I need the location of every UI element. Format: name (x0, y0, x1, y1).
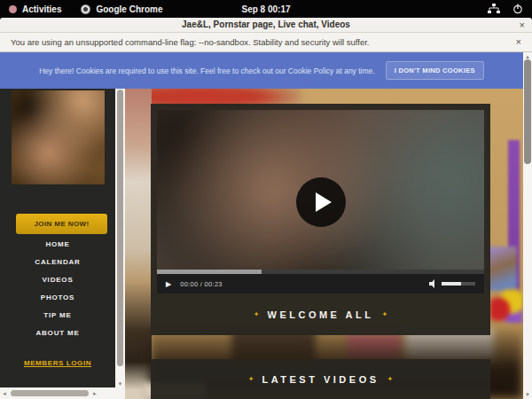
sidebar-profile-photo (12, 90, 105, 184)
diamond-icon: ✦ (381, 310, 387, 318)
cookie-banner: Hey there! Cookies are required to use t… (0, 52, 523, 89)
sidebar-horizontal-scrollbar[interactable]: ◄ ► (0, 387, 125, 399)
sidebar-item-about-me[interactable]: ABOUT ME (0, 324, 115, 341)
welcome-panel: ▶ 00:00 / 00:23 (151, 104, 490, 335)
main-content: ▶ 00:00 / 00:23 (125, 89, 523, 399)
latest-videos-title: LATEST VIDEOS (262, 374, 379, 385)
background-photo-blob (125, 89, 152, 399)
sidebar-menu: HOME CALENDAR VIDEOS PHOTOS TIP ME ABOUT… (0, 235, 115, 341)
activities-button[interactable]: Activities (9, 4, 61, 14)
video-time-display: 00:00 / 00:23 (180, 280, 223, 288)
page-viewport: Hey there! Cookies are required to use t… (0, 52, 532, 399)
app-menu-label: Google Chrome (96, 4, 162, 14)
chrome-icon (81, 4, 90, 14)
play-button[interactable] (296, 177, 346, 227)
sidebar-vertical-scrollbar-thumb[interactable] (117, 90, 123, 366)
background-photo-blob (487, 246, 517, 291)
sidebar-vertical-scrollbar[interactable]: ▼ (115, 89, 125, 387)
cookie-accept-button[interactable]: I DON'T MIND COOKIES (386, 61, 484, 80)
sidebar-item-photos[interactable]: PHOTOS (0, 288, 115, 306)
page-vertical-scrollbar[interactable]: ▲ ▼ (523, 52, 532, 399)
sidebar-photo-blur (12, 90, 105, 184)
welcome-heading: ✦ WELCOME ALL ✦ (151, 293, 490, 335)
scroll-left-arrow-icon[interactable]: ◄ (0, 391, 9, 396)
notification-close-button[interactable]: × (516, 35, 521, 48)
app-menu-button[interactable]: Google Chrome (81, 4, 162, 14)
video-controls-bar: ▶ 00:00 / 00:23 (157, 274, 484, 293)
window-title-bar: Jae&L, Pornstar page, Live chat, Videos … (0, 18, 532, 33)
system-top-bar: Activities Google Chrome Sep 8 00:17 (0, 0, 532, 18)
video-player[interactable]: ▶ 00:00 / 00:23 (157, 110, 484, 293)
page-vertical-scrollbar-thumb[interactable] (524, 59, 531, 164)
volume-icon[interactable] (429, 276, 438, 292)
diamond-icon: ✦ (254, 310, 260, 318)
sidebar-item-videos[interactable]: VIDEOS (0, 270, 115, 288)
power-icon[interactable] (512, 4, 523, 14)
cookie-message: Hey there! Cookies are required to use t… (39, 66, 374, 75)
activities-label: Activities (22, 4, 61, 14)
notification-message: You are using an unsupported command-lin… (11, 37, 370, 47)
background-photo-blob (490, 289, 522, 323)
welcome-title: WELCOME ALL (268, 309, 374, 320)
latest-videos-heading: ✦ LATEST VIDEOS ✦ (248, 358, 394, 399)
recording-dot-icon (9, 5, 17, 13)
diamond-icon: ✦ (248, 375, 254, 383)
network-icon[interactable] (488, 4, 500, 14)
scroll-down-arrow-icon[interactable]: ▼ (115, 381, 125, 387)
scroll-right-arrow-icon[interactable]: ► (90, 391, 99, 396)
window-close-button[interactable]: × (520, 19, 525, 31)
small-play-icon[interactable]: ▶ (166, 280, 171, 288)
scroll-down-arrow-icon[interactable]: ▼ (523, 392, 532, 397)
latest-videos-panel: ✦ LATEST VIDEOS ✦ (151, 359, 490, 399)
browser-notification-bar: You are using an unsupported command-lin… (0, 33, 532, 52)
sidebar-item-calendar[interactable]: CALENDAR (0, 253, 115, 270)
members-login-link[interactable]: MEMBERS LOGIN (0, 359, 115, 367)
clock[interactable]: Sep 8 00:17 (241, 4, 290, 14)
join-me-now-button[interactable]: JOIN ME NOW! (16, 214, 107, 234)
diamond-icon: ✦ (387, 375, 394, 383)
sidebar-item-tip-me[interactable]: TIP ME (0, 306, 115, 324)
window-title: Jae&L, Pornstar page, Live chat, Videos (0, 20, 532, 29)
sidebar: JOIN ME NOW! HOME CALENDAR VIDEOS PHOTOS… (0, 89, 115, 387)
volume-slider[interactable] (442, 282, 475, 286)
sidebar-item-home[interactable]: HOME (0, 235, 115, 253)
sidebar-horizontal-scrollbar-thumb[interactable] (11, 390, 89, 396)
volume-level (442, 282, 461, 286)
screen: Activities Google Chrome Sep 8 00:17 (0, 0, 532, 399)
